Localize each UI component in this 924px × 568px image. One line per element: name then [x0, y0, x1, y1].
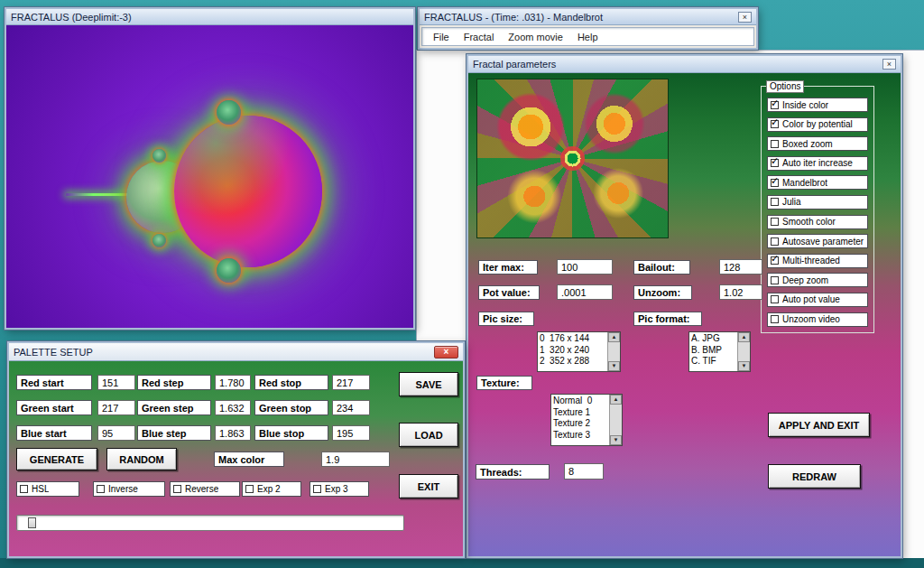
checkbox-hsl[interactable]: HSL [16, 481, 79, 497]
checkbox-inside-color[interactable]: Inside color [767, 98, 868, 112]
blue-stop-label: Blue stop [254, 425, 328, 441]
palette-window-titlebar[interactable]: PALETTE SETUP × [9, 343, 463, 361]
pic-size-label: Pic size: [478, 312, 534, 326]
checkbox-deep-zoom[interactable]: Deep zoom [767, 273, 868, 287]
checkbox-unzoom-video[interactable]: Unzoom video [767, 312, 868, 327]
arrow-up-icon[interactable]: ▲ [608, 332, 620, 342]
checkbox-auto-pot-value[interactable]: Auto pot value [767, 293, 868, 307]
red-stop-input[interactable]: 217 [332, 375, 370, 390]
pic-size-listbox: 0 176 x 144 1 320 x 240 2 352 x 288 ▲ ▼ [537, 331, 621, 372]
pic-format-option[interactable]: A. JPG [691, 333, 737, 345]
generate-button[interactable]: GENERATE [16, 448, 97, 470]
pic-size-scrollbar[interactable]: ▲ ▼ [607, 332, 620, 371]
texture-listbox: Normal 0 Texture 1 Texture 2 Texture 3 ▲… [550, 394, 623, 446]
blue-start-input[interactable]: 95 [97, 425, 135, 441]
green-start-label: Green start [16, 400, 92, 415]
checkbox-box [313, 485, 321, 493]
checkbox-exp3[interactable]: Exp 3 [310, 481, 369, 497]
apply-and-exit-button[interactable]: APPLY AND EXIT [768, 413, 870, 437]
close-icon[interactable]: × [434, 346, 458, 358]
arrow-down-icon[interactable]: ▼ [738, 361, 750, 371]
checkbox-box [20, 485, 28, 493]
fractal-top-bulb [217, 100, 241, 125]
desktop: FRACTALUS - (Time: .031) - Mandelbrot × … [0, 0, 924, 568]
green-start-input[interactable]: 217 [97, 400, 135, 415]
checkbox-reverse[interactable]: Reverse [170, 481, 240, 497]
unzoom-input[interactable]: 1.02 [719, 284, 762, 300]
checkbox-smooth-color[interactable]: Smooth color [767, 215, 868, 229]
checkbox-inverse[interactable]: Inverse [93, 481, 165, 497]
mandelbrot-fractal-image[interactable] [6, 25, 413, 328]
bailout-input[interactable]: 128 [719, 259, 762, 275]
texture-option[interactable]: Texture 2 [553, 418, 609, 430]
main-app-window: FRACTALUS - (Time: .031) - Mandelbrot × … [418, 7, 758, 50]
palette-slider[interactable] [16, 515, 404, 531]
pot-value-input[interactable]: .0001 [557, 284, 613, 300]
checkbox-box [173, 485, 181, 493]
texture-option[interactable]: Texture 1 [553, 407, 609, 419]
arrow-up-icon[interactable]: ▲ [738, 332, 750, 342]
load-button[interactable]: LOAD [399, 423, 458, 447]
texture-option[interactable]: Texture 3 [553, 430, 609, 442]
red-start-input[interactable]: 151 [97, 375, 135, 390]
menu-fractal[interactable]: Fractal [457, 30, 502, 44]
fractal-window-titlebar[interactable]: FRACTALUS (Deeplimit:-3) [6, 9, 413, 25]
blue-start-label: Blue start [16, 425, 92, 441]
checkbox-autosave-parameter[interactable]: Autosave parameter [767, 234, 868, 248]
checkbox-auto-iter-increase[interactable]: Auto iter increase [767, 156, 868, 171]
pot-value-label: Pot value: [478, 285, 540, 300]
fractal-preview-image[interactable] [476, 79, 669, 238]
pic-format-option[interactable]: B. BMP [691, 345, 737, 357]
green-step-input[interactable]: 1.632 [215, 400, 251, 415]
main-window-titlebar[interactable]: FRACTALUS - (Time: .031) - Mandelbrot × [420, 9, 756, 25]
threads-input[interactable]: 8 [564, 463, 604, 480]
checkbox-color-by-potential[interactable]: Color by potential [767, 117, 868, 132]
params-window-titlebar[interactable]: Fractal parameters × [468, 56, 901, 73]
arrow-down-icon[interactable]: ▼ [610, 435, 622, 445]
green-stop-label: Green stop [254, 400, 328, 415]
fractal-window-title: FRACTALUS (Deeplimit:-3) [11, 12, 132, 23]
checkbox-box [771, 237, 779, 246]
options-group: Options Inside color Color by potential … [761, 86, 874, 333]
menu-file[interactable]: File [426, 30, 457, 44]
checkbox-julia[interactable]: Julia [767, 195, 868, 210]
menu-help[interactable]: Help [570, 30, 605, 44]
close-icon[interactable]: × [738, 12, 752, 23]
checkbox-mandelbrot[interactable]: Mandelbrot [767, 175, 868, 190]
pic-size-option[interactable]: 1 320 x 240 [540, 345, 607, 357]
max-color-label: Max color [214, 452, 284, 467]
save-button[interactable]: SAVE [399, 372, 458, 396]
menu-zoom-movie[interactable]: Zoom movie [501, 30, 570, 44]
slider-thumb[interactable] [28, 517, 36, 528]
iter-max-input[interactable]: 100 [557, 259, 613, 275]
checkbox-multi-threaded[interactable]: Multi-threaded [767, 254, 868, 268]
redraw-button[interactable]: REDRAW [768, 464, 861, 489]
red-step-label: Red step [137, 375, 211, 390]
random-button[interactable]: RANDOM [106, 448, 177, 470]
blue-step-label: Blue step [137, 425, 211, 441]
max-color-input[interactable]: 1.9 [321, 452, 390, 467]
texture-option[interactable]: Normal 0 [553, 396, 609, 407]
green-stop-input[interactable]: 234 [332, 400, 370, 415]
checkbox-exp2[interactable]: Exp 2 [242, 481, 301, 497]
bailout-label: Bailout: [633, 260, 690, 275]
pic-size-option[interactable]: 2 352 x 288 [540, 356, 607, 368]
red-start-label: Red start [16, 375, 92, 390]
exit-button[interactable]: EXIT [399, 474, 458, 498]
checkbox-box [771, 101, 779, 109]
options-group-label: Options [766, 80, 804, 93]
pic-format-option[interactable]: C. TIF [691, 356, 737, 368]
blue-step-input[interactable]: 1.863 [215, 425, 251, 441]
red-step-input[interactable]: 1.780 [215, 375, 251, 390]
arrow-down-icon[interactable]: ▼ [608, 361, 620, 371]
checkbox-boxed-zoom[interactable]: Boxed zoom [767, 136, 868, 151]
close-icon[interactable]: × [882, 59, 896, 70]
pic-size-option[interactable]: 0 176 x 144 [540, 333, 607, 345]
fractal-parameters-window: Fractal parameters × Options Inside colo… [467, 54, 902, 558]
pic-format-scrollbar[interactable]: ▲ ▼ [737, 332, 750, 371]
blue-stop-input[interactable]: 195 [332, 425, 370, 441]
texture-scrollbar[interactable]: ▲ ▼ [609, 395, 622, 445]
params-window-client: Options Inside color Color by potential … [468, 73, 901, 556]
arrow-up-icon[interactable]: ▲ [610, 395, 622, 405]
checkbox-box [97, 485, 105, 493]
